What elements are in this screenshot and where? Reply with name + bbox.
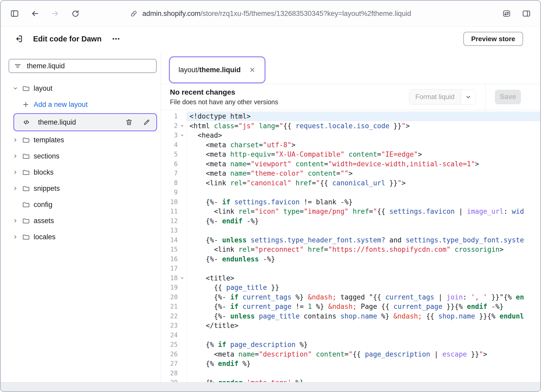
code-line-27[interactable]: 27 {% endif %} — [161, 359, 540, 369]
back-icon[interactable] — [30, 9, 39, 18]
fold-placeholder — [178, 169, 187, 178]
url-domain: admin.shopify.com — [142, 10, 200, 17]
sidebar-item-templates[interactable]: templates — [1, 132, 161, 148]
rename-file-icon[interactable] — [143, 118, 151, 126]
code-line-21[interactable]: 21 {%- if current_page != 1 %} &ndash; P… — [161, 302, 540, 311]
browser-toolbar: admin.shopify.com/store/rzq1xu-f5/themes… — [1, 1, 540, 27]
code-line-2[interactable]: 2<html class="js" lang="{{ request.local… — [161, 121, 540, 131]
sidebar-item-layout[interactable]: layout — [1, 80, 161, 96]
sidebar-item-config[interactable]: config — [1, 197, 161, 213]
code-line-19[interactable]: 19 {{ page_title }} — [161, 283, 540, 292]
code-line-9[interactable]: 9 — [161, 188, 540, 197]
fold-placeholder — [178, 226, 187, 235]
close-tab-icon[interactable] — [249, 66, 256, 74]
delete-file-icon[interactable] — [125, 118, 133, 126]
code-line-8[interactable]: 8 <link rel="canonical" href="{{ canonic… — [161, 178, 540, 188]
code-line-1[interactable]: 1<!doctype html> — [161, 112, 540, 121]
format-liquid-button[interactable]: Format liquid — [409, 90, 461, 104]
fold-placeholder — [178, 359, 187, 369]
add-new-layout-button[interactable]: Add a new layout — [1, 96, 161, 113]
link-icon — [130, 10, 138, 17]
reload-icon[interactable] — [71, 9, 80, 18]
save-button[interactable]: Save — [495, 90, 521, 104]
fold-placeholder — [178, 283, 187, 292]
plus-icon — [22, 101, 34, 108]
sidebar-toggle-icon[interactable] — [10, 9, 19, 18]
code-editor[interactable]: 1<!doctype html>2<html class="js" lang="… — [161, 110, 540, 382]
code-line-26[interactable]: 26 <meta name="description" content="{{ … — [161, 350, 540, 359]
url-bar[interactable]: admin.shopify.com/store/rzq1xu-f5/themes… — [130, 10, 411, 18]
chevron-right-icon[interactable] — [12, 153, 22, 159]
code-line-14[interactable]: 14 {%- unless settings.type_header_font.… — [161, 235, 540, 245]
tab-highlight-ring: layout/theme.liquid — [169, 56, 266, 83]
code-line-28[interactable]: 28 — [161, 369, 540, 378]
line-number: 14 — [161, 235, 178, 245]
code-text: {%- if current_tags %} &ndash; tagged "{… — [187, 292, 540, 302]
code-line-20[interactable]: 20 {%- if current_tags %} &ndash; tagged… — [161, 292, 540, 302]
forward-icon[interactable] — [51, 9, 60, 18]
folder-icon — [22, 233, 34, 241]
file-search-input[interactable]: theme.liquid — [9, 59, 157, 73]
code-line-13[interactable]: 13 — [161, 226, 540, 235]
fold-placeholder — [178, 378, 187, 382]
code-line-3[interactable]: 3 <head> — [161, 131, 540, 140]
code-line-6[interactable]: 6 <meta name="viewport" content="width=d… — [161, 159, 540, 169]
sidebar-item-blocks[interactable]: blocks — [1, 164, 161, 180]
line-number: 22 — [161, 311, 178, 321]
code-line-24[interactable]: 24 — [161, 330, 540, 340]
code-line-29[interactable]: 29 {% render 'meta-tags' %} — [161, 378, 540, 382]
code-line-4[interactable]: 4 <meta charset="utf-8"> — [161, 140, 540, 150]
exit-editor-icon[interactable] — [14, 34, 24, 44]
line-number: 19 — [161, 283, 178, 292]
sidebar-item-locales[interactable]: locales — [1, 229, 161, 245]
chevron-right-icon[interactable] — [12, 185, 22, 192]
fold-toggle-icon[interactable] — [178, 273, 187, 283]
fold-placeholder — [178, 350, 187, 359]
code-line-16[interactable]: 16 {%- endunless -%} — [161, 254, 540, 264]
code-text: {%- endif -%} — [187, 216, 540, 226]
fold-placeholder — [178, 369, 187, 378]
line-number: 2 — [161, 121, 178, 131]
chevron-right-icon[interactable] — [12, 218, 22, 224]
sidebar-item-label: locales — [34, 233, 56, 241]
fold-toggle-icon[interactable] — [178, 121, 187, 131]
file-sidebar: theme.liquid layoutAdd a new layouttheme… — [1, 51, 161, 382]
line-number: 11 — [161, 207, 178, 216]
line-number: 25 — [161, 340, 178, 350]
code-text: <meta name="description" content="{{ pag… — [187, 350, 540, 359]
folder-icon — [22, 217, 34, 225]
sidebar-item-theme-liquid[interactable]: theme.liquid — [15, 115, 155, 130]
chevron-down-icon[interactable] — [12, 85, 22, 91]
fold-toggle-icon[interactable] — [178, 131, 187, 140]
sidebar-item-assets[interactable]: assets — [1, 213, 161, 229]
code-line-15[interactable]: 15 <link rel="preconnect" href="https://… — [161, 245, 540, 254]
code-line-17[interactable]: 17 — [161, 264, 540, 273]
code-line-22[interactable]: 22 {%- unless page_title contains shop.n… — [161, 311, 540, 321]
code-line-23[interactable]: 23 </title> — [161, 321, 540, 330]
code-line-12[interactable]: 12 {%- endif -%} — [161, 216, 540, 226]
preview-store-button[interactable]: Preview store — [463, 32, 523, 46]
tab-path-prefix: layout/ — [179, 66, 199, 74]
format-dropdown-button[interactable] — [461, 90, 476, 104]
chevron-right-icon[interactable] — [12, 234, 22, 240]
code-file-icon — [22, 118, 34, 126]
chevron-right-icon[interactable] — [12, 137, 22, 143]
tab-theme-liquid[interactable]: layout/theme.liquid — [172, 59, 263, 81]
code-line-5[interactable]: 5 <meta http-equiv="X-UA-Compatible" con… — [161, 150, 540, 159]
chevron-right-icon[interactable] — [12, 169, 22, 175]
line-number: 12 — [161, 216, 178, 226]
sidebar-item-sections[interactable]: sections — [1, 148, 161, 164]
page-title: Edit code for Dawn — [33, 35, 102, 43]
sidebar-item-snippets[interactable]: snippets — [1, 180, 161, 197]
code-line-11[interactable]: 11 <link rel="icon" type="image/png" hre… — [161, 207, 540, 216]
more-actions-icon[interactable] — [112, 34, 120, 43]
tab-label: layout/theme.liquid — [179, 66, 241, 74]
extensions-icon[interactable] — [502, 9, 511, 18]
url-path: /store/rzq1xu-f5/themes/132683530345?key… — [200, 10, 411, 17]
code-line-18[interactable]: 18 <title> — [161, 273, 540, 283]
split-view-icon[interactable] — [522, 9, 531, 18]
code-line-10[interactable]: 10 {%- if settings.favicon != blank -%} — [161, 197, 540, 207]
code-line-7[interactable]: 7 <meta name="theme-color" content=""> — [161, 169, 540, 178]
line-number: 20 — [161, 292, 178, 302]
code-line-25[interactable]: 25 {% if page_description %} — [161, 340, 540, 350]
